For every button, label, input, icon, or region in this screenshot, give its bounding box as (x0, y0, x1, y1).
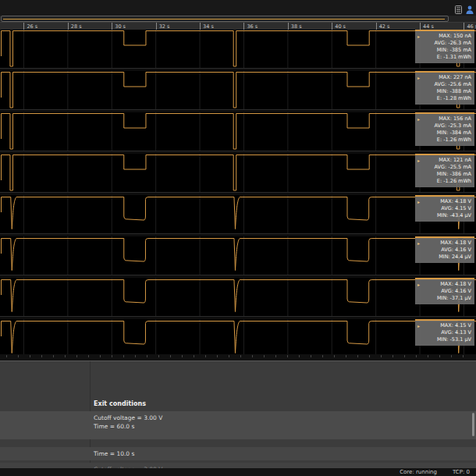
waveform-current (0, 112, 476, 151)
channel-marker-icon: ▸ (417, 199, 420, 205)
stat-line: MIN: -385 mA (423, 47, 471, 54)
stat-line: MAX: 4.15 V (423, 322, 471, 329)
stats-box-channel-6: ▸MAX: 4.18 VAVG: 4.16 VMIN: 24.4 µV (415, 236, 474, 263)
channel-marker-icon: ▸ (417, 75, 420, 81)
stat-line: E: -1.26 mWh (423, 137, 471, 144)
profile-step-text: Time = 60.0 s (94, 422, 476, 431)
channel-row-4-current[interactable]: ▸MAX: 121 nAAVG: -25.5 mAMIN: -386 mAE: … (0, 154, 476, 193)
stat-line: MIN: -384 mA (423, 130, 471, 137)
stat-line: AVG: 4.13 V (423, 329, 471, 336)
stat-line: MIN: -37.1 µV (423, 295, 471, 302)
channel-row-8-voltage[interactable]: ▸MAX: 4.15 VAVG: 4.13 VMIN: -53.1 µV (0, 319, 476, 358)
channel-row-1-current[interactable]: ▸MAX: 150 nAAVG: -26.3 mAMIN: -385 mAE: … (0, 30, 476, 69)
app-window: 26 s28 s30 s32 s34 s36 s38 s40 s42 s44 s… (0, 0, 476, 476)
channel-marker-icon: ▸ (417, 323, 420, 329)
stat-line: E: -1.31 mWh (423, 54, 471, 61)
waveform-current (0, 154, 476, 192)
stat-line: MIN: -388 mA (423, 88, 471, 95)
channel-row-5-voltage[interactable]: ▸MAX: 4.18 VAVG: 4.15 VMIN: -43.4 µV (0, 195, 476, 234)
waveform-current (0, 71, 476, 109)
timeline-overview[interactable] (0, 16, 476, 22)
channel-marker-icon: ▸ (417, 116, 420, 123)
overview-trace-line (3, 19, 445, 20)
stat-line: AVG: -25.6 mA (423, 81, 471, 88)
top-bar (0, 0, 476, 16)
profile-step-row-2[interactable]: Time = 10.0 s (0, 447, 476, 460)
panel-scrollbar-thumb[interactable] (472, 413, 474, 436)
panel-splitter[interactable] (0, 354, 476, 361)
channel-row-7-voltage[interactable]: ▸MAX: 4.18 VAVG: 4.16 VMIN: -37.1 µV (0, 278, 476, 317)
waveform-voltage (0, 319, 476, 357)
stat-line: AVG: -25.3 mA (423, 123, 471, 130)
stat-line: AVG: -26.3 mA (423, 40, 471, 47)
tcp-status: TCP: 0 (453, 469, 470, 475)
bottom-panel: Exit conditions Cutoff voltage = 3.00 VT… (0, 361, 476, 468)
time-axis[interactable]: 26 s28 s30 s32 s34 s36 s38 s40 s42 s44 s… (0, 22, 476, 30)
channel-row-6-voltage[interactable]: ▸MAX: 4.18 VAVG: 4.16 VMIN: 24.4 µV (0, 236, 476, 275)
stat-line: MIN: -43.4 µV (423, 212, 471, 219)
stat-line: E: -1.28 mWh (423, 95, 471, 102)
stat-line: MAX: 4.18 V (423, 240, 471, 247)
waveform-voltage (0, 278, 476, 316)
waveform-voltage (0, 195, 476, 233)
stat-line: AVG: 4.16 V (423, 288, 471, 295)
stat-line: AVG: 4.15 V (423, 205, 471, 212)
channel-marker-icon: ▸ (417, 34, 420, 40)
channel-marker-icon: ▸ (417, 240, 420, 247)
core-status: Core: running (400, 469, 437, 475)
stats-box-channel-5: ▸MAX: 4.18 VAVG: 4.15 VMIN: -43.4 µV (415, 195, 474, 222)
stat-line: MIN: 24.4 µV (423, 254, 471, 261)
stat-line: MAX: 156 nA (423, 115, 471, 123)
stat-line: MAX: 227 nA (423, 74, 471, 81)
stat-line: MAX: 121 nA (423, 157, 471, 164)
waveform-voltage (0, 236, 476, 275)
stat-line: MAX: 150 nA (423, 33, 471, 40)
stat-line: MAX: 4.18 V (423, 281, 471, 288)
exit-conditions-heading: Exit conditions (94, 400, 146, 407)
profile-step-row-1[interactable]: Cutoff voltage = 3.00 VTime = 60.0 s (0, 411, 476, 439)
stats-box-channel-1: ▸MAX: 150 nAAVG: -26.3 mAMIN: -385 mAE: … (415, 30, 474, 63)
stats-box-channel-4: ▸MAX: 121 nAAVG: -25.5 mAMIN: -386 mAE: … (415, 154, 474, 187)
stat-line: MIN: -386 mA (423, 171, 471, 178)
profile-step-text: Time = 10.0 s (94, 449, 476, 458)
stats-box-channel-7: ▸MAX: 4.18 VAVG: 4.16 VMIN: -37.1 µV (415, 278, 474, 304)
stat-line: MIN: -53.1 µV (423, 336, 471, 343)
stats-box-channel-2: ▸MAX: 227 nAAVG: -25.6 mAMIN: -388 mAE: … (415, 71, 474, 105)
channel-marker-icon: ▸ (417, 158, 420, 164)
stat-line: E: -1.26 mWh (423, 178, 471, 185)
status-bar: Core: running TCP: 0 (0, 468, 476, 476)
stat-line: MAX: 4.18 V (423, 198, 471, 205)
channel-marker-icon: ▸ (417, 282, 420, 288)
profile-step-text: Cutoff voltage = 3.00 V (94, 414, 476, 422)
channel-row-2-current[interactable]: ▸MAX: 227 nAAVG: -25.6 mAMIN: -388 mAE: … (0, 71, 476, 110)
channel-rows: ▸MAX: 150 nAAVG: -26.3 mAMIN: -385 mAE: … (0, 30, 476, 354)
stats-box-channel-8: ▸MAX: 4.15 VAVG: 4.13 VMIN: -53.1 µV (415, 319, 474, 346)
channel-row-3-current[interactable]: ▸MAX: 156 nAAVG: -25.3 mAMIN: -384 mAE: … (0, 112, 476, 151)
stat-line: AVG: 4.16 V (423, 247, 471, 254)
waveform-current (0, 30, 476, 68)
overview-selection-frame[interactable] (1, 16, 449, 22)
stats-box-channel-3: ▸MAX: 156 nAAVG: -25.3 mAMIN: -384 mAE: … (415, 112, 474, 146)
stat-line: AVG: -25.5 mA (423, 164, 471, 171)
